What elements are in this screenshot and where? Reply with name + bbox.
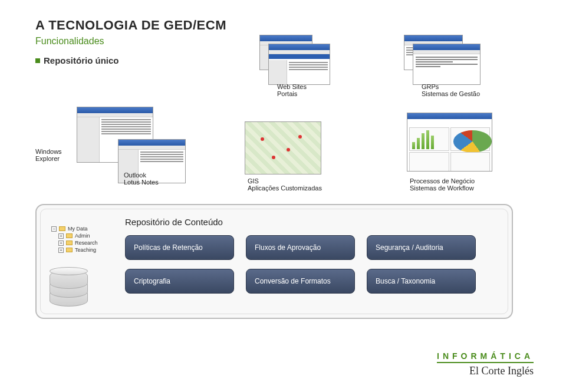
thumb-dashboard (407, 113, 492, 172)
dash-pie-chart (450, 127, 491, 151)
folder-icon (59, 226, 65, 231)
dash-bar-chart (409, 127, 449, 151)
label-workflow: Processos de Negócio Sistemas de Workflo… (410, 177, 475, 192)
label-gis-l2: Aplicações Customizadas (248, 185, 322, 192)
repo-box-busca: Busca / Taxonomia (367, 269, 476, 294)
tree-item-label: Teaching (75, 247, 96, 253)
folder-icon (66, 241, 73, 245)
label-winexp-l2: Explorer (35, 155, 62, 162)
label-gis-l1: GIS (248, 177, 322, 185)
label-wf-l2: Sistemas de Workflow (410, 185, 475, 192)
repo-grid: Políticas de Retenção Fluxos de Aprovaçã… (125, 235, 494, 294)
diagram: Web Sites Portais GRPs Sistemas de Gestã… (35, 77, 519, 331)
repo-box-retencao: Políticas de Retenção (125, 235, 234, 260)
bullet-icon (35, 58, 40, 63)
repo-box-seguranca: Segurança / Auditoria (367, 235, 476, 260)
repo-box-fluxos: Fluxos de Aprovação (246, 235, 355, 260)
label-grps-l2: Sistemas de Gestão (422, 90, 480, 97)
label-websites-l1: Web Sites (277, 83, 307, 90)
expand-icon: + (58, 241, 64, 246)
repo-title: Repositório de Conteúdo (125, 217, 494, 227)
tree-root: − My Data (51, 226, 104, 232)
repo-box-criptografia: Criptografia (125, 269, 234, 294)
repo-box-conversao: Conversão de Formatos (246, 269, 355, 294)
label-websites-l2: Portais (277, 90, 307, 97)
tree-item-label: Admin (75, 233, 90, 239)
label-outlook-l1: Outlook (124, 172, 159, 179)
footer-logo: INFORMÁTICA El Corte Inglés (437, 351, 534, 377)
thumb-grp-front (413, 44, 481, 85)
label-grps: GRPs Sistemas de Gestão (422, 83, 480, 97)
expand-icon: + (58, 233, 64, 239)
dash-gauge-2 (450, 152, 491, 172)
expand-icon: + (58, 248, 64, 253)
tree-item-label: Research (75, 240, 98, 246)
thumb-gis (245, 121, 321, 174)
folder-icon (66, 248, 73, 252)
page-title: A TECNOLOGIA DE GED/ECM (35, 18, 531, 33)
repo-tree: − My Data + Admin + Research + T (51, 226, 104, 254)
label-gis: GIS Aplicações Customizadas (248, 177, 322, 192)
label-wf-l1: Processos de Negócio (410, 177, 475, 185)
database-icon (50, 264, 88, 308)
dash-gauge-1 (409, 152, 449, 172)
logo-informatica: INFORMÁTICA (437, 351, 534, 363)
tree-item: + Teaching (51, 247, 104, 253)
logo-el-corte-ingles: El Corte Inglés (437, 365, 534, 377)
thumb-website-front (268, 44, 330, 85)
repository-container: − My Data + Admin + Research + T (35, 204, 513, 319)
label-winexp-l1: Windows (35, 148, 62, 155)
bullet-text: Repositório único (44, 55, 119, 65)
repo-right: Repositório de Conteúdo Políticas de Ret… (125, 217, 494, 294)
label-windows-explorer: Windows Explorer (35, 148, 62, 162)
collapse-icon: − (51, 226, 57, 232)
label-grps-l1: GRPs (422, 83, 480, 90)
label-outlook: Outlook Lotus Notes (124, 172, 159, 186)
label-websites: Web Sites Portais (277, 83, 307, 97)
tree-item: + Research (51, 240, 104, 246)
tree-root-label: My Data (68, 226, 88, 232)
tree-item: + Admin (51, 233, 104, 239)
slide: A TECNOLOGIA DE GED/ECM Funcionalidades … (0, 0, 566, 392)
label-outlook-l2: Lotus Notes (124, 179, 159, 186)
folder-icon (66, 233, 73, 238)
